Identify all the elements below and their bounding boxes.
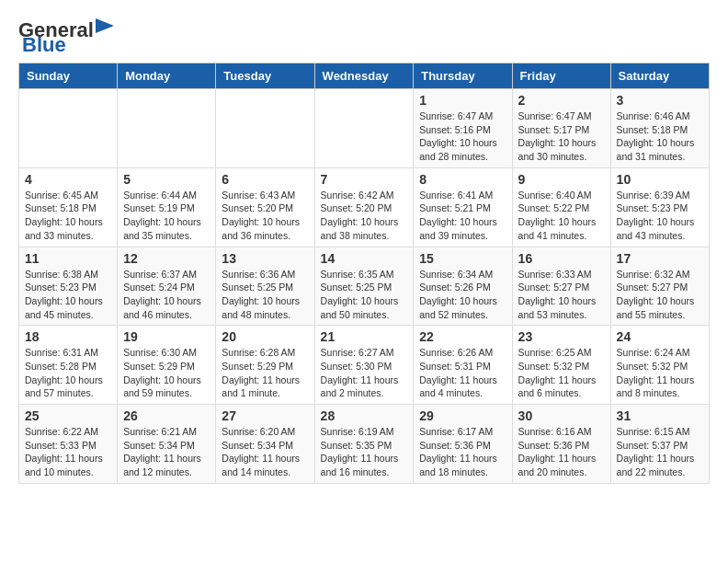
calendar-cell: 9Sunrise: 6:40 AM Sunset: 5:22 PM Daylig… [512, 167, 610, 247]
day-number: 23 [518, 329, 605, 344]
calendar-cell: 5Sunrise: 6:44 AM Sunset: 5:19 PM Daylig… [118, 167, 216, 247]
day-number: 26 [123, 408, 210, 423]
day-detail: Sunrise: 6:16 AM Sunset: 5:36 PM Dayligh… [518, 425, 605, 479]
day-number: 21 [321, 329, 408, 344]
day-detail: Sunrise: 6:32 AM Sunset: 5:27 PM Dayligh… [617, 268, 703, 322]
day-detail: Sunrise: 6:34 AM Sunset: 5:26 PM Dayligh… [419, 268, 506, 322]
weekday-header: Saturday [610, 63, 709, 89]
calendar-cell: 10Sunrise: 6:39 AM Sunset: 5:23 PM Dayli… [610, 167, 709, 247]
calendar-cell: 2Sunrise: 6:47 AM Sunset: 5:17 PM Daylig… [512, 89, 610, 168]
weekday-header: Friday [512, 63, 610, 89]
calendar-cell: 11Sunrise: 6:38 AM Sunset: 5:23 PM Dayli… [19, 247, 118, 326]
day-number: 19 [123, 329, 210, 344]
calendar-cell: 20Sunrise: 6:28 AM Sunset: 5:29 PM Dayli… [216, 326, 314, 405]
logo-wing-icon [96, 18, 114, 39]
calendar-cell: 8Sunrise: 6:41 AM Sunset: 5:21 PM Daylig… [414, 167, 512, 247]
calendar-body: 1Sunrise: 6:47 AM Sunset: 5:16 PM Daylig… [19, 89, 710, 484]
day-detail: Sunrise: 6:21 AM Sunset: 5:34 PM Dayligh… [123, 425, 210, 479]
calendar-row: 18Sunrise: 6:31 AM Sunset: 5:28 PM Dayli… [19, 326, 710, 405]
weekday-header: Thursday [414, 63, 512, 89]
calendar-cell: 25Sunrise: 6:22 AM Sunset: 5:33 PM Dayli… [19, 405, 118, 484]
day-detail: Sunrise: 6:38 AM Sunset: 5:23 PM Dayligh… [25, 268, 111, 322]
day-detail: Sunrise: 6:17 AM Sunset: 5:36 PM Dayligh… [419, 425, 506, 479]
calendar-row: 1Sunrise: 6:47 AM Sunset: 5:16 PM Daylig… [19, 89, 710, 168]
day-number: 17 [617, 251, 703, 266]
calendar-cell [314, 89, 414, 168]
day-number: 24 [617, 329, 703, 344]
day-detail: Sunrise: 6:37 AM Sunset: 5:24 PM Dayligh… [123, 268, 210, 322]
day-detail: Sunrise: 6:26 AM Sunset: 5:31 PM Dayligh… [419, 346, 506, 400]
calendar-cell: 31Sunrise: 6:15 AM Sunset: 5:37 PM Dayli… [610, 405, 709, 484]
day-detail: Sunrise: 6:27 AM Sunset: 5:30 PM Dayligh… [321, 346, 408, 400]
day-number: 20 [222, 329, 308, 344]
day-number: 14 [321, 251, 408, 266]
day-number: 4 [25, 172, 111, 187]
day-number: 2 [518, 93, 605, 108]
calendar-cell: 30Sunrise: 6:16 AM Sunset: 5:36 PM Dayli… [512, 405, 610, 484]
day-detail: Sunrise: 6:15 AM Sunset: 5:37 PM Dayligh… [617, 425, 703, 479]
day-detail: Sunrise: 6:39 AM Sunset: 5:23 PM Dayligh… [617, 189, 703, 243]
day-detail: Sunrise: 6:36 AM Sunset: 5:25 PM Dayligh… [222, 268, 308, 322]
calendar-cell: 19Sunrise: 6:30 AM Sunset: 5:29 PM Dayli… [118, 326, 216, 405]
day-detail: Sunrise: 6:44 AM Sunset: 5:19 PM Dayligh… [123, 189, 210, 243]
calendar-cell: 12Sunrise: 6:37 AM Sunset: 5:24 PM Dayli… [118, 247, 216, 326]
day-detail: Sunrise: 6:19 AM Sunset: 5:35 PM Dayligh… [321, 425, 408, 479]
day-number: 8 [419, 172, 506, 187]
calendar-cell: 4Sunrise: 6:45 AM Sunset: 5:18 PM Daylig… [19, 167, 118, 247]
svg-marker-0 [96, 18, 114, 33]
weekday-header: Wednesday [314, 63, 414, 89]
day-number: 25 [25, 408, 111, 423]
logo: General Blue [18, 18, 114, 57]
calendar-cell [118, 89, 216, 168]
day-detail: Sunrise: 6:31 AM Sunset: 5:28 PM Dayligh… [25, 346, 111, 400]
calendar-cell: 17Sunrise: 6:32 AM Sunset: 5:27 PM Dayli… [610, 247, 709, 326]
day-detail: Sunrise: 6:41 AM Sunset: 5:21 PM Dayligh… [419, 189, 506, 243]
day-number: 1 [419, 93, 506, 108]
day-detail: Sunrise: 6:24 AM Sunset: 5:32 PM Dayligh… [617, 346, 703, 400]
calendar-row: 25Sunrise: 6:22 AM Sunset: 5:33 PM Dayli… [19, 405, 710, 484]
header: General Blue [18, 18, 710, 57]
day-detail: Sunrise: 6:25 AM Sunset: 5:32 PM Dayligh… [518, 346, 605, 400]
day-number: 9 [518, 172, 605, 187]
weekday-header: Sunday [19, 63, 118, 89]
calendar-cell: 28Sunrise: 6:19 AM Sunset: 5:35 PM Dayli… [314, 405, 414, 484]
calendar-cell: 16Sunrise: 6:33 AM Sunset: 5:27 PM Dayli… [512, 247, 610, 326]
calendar-row: 11Sunrise: 6:38 AM Sunset: 5:23 PM Dayli… [19, 247, 710, 326]
calendar-cell: 26Sunrise: 6:21 AM Sunset: 5:34 PM Dayli… [118, 405, 216, 484]
calendar-header-row: SundayMondayTuesdayWednesdayThursdayFrid… [19, 63, 710, 89]
day-number: 13 [222, 251, 308, 266]
day-number: 15 [419, 251, 506, 266]
day-detail: Sunrise: 6:20 AM Sunset: 5:34 PM Dayligh… [222, 425, 308, 479]
day-detail: Sunrise: 6:28 AM Sunset: 5:29 PM Dayligh… [222, 346, 308, 400]
calendar-cell [216, 89, 314, 168]
day-detail: Sunrise: 6:42 AM Sunset: 5:20 PM Dayligh… [321, 189, 408, 243]
day-detail: Sunrise: 6:47 AM Sunset: 5:17 PM Dayligh… [518, 109, 605, 164]
calendar-cell: 24Sunrise: 6:24 AM Sunset: 5:32 PM Dayli… [610, 326, 709, 405]
day-number: 10 [617, 172, 703, 187]
logo-blue: Blue [22, 33, 66, 57]
calendar-cell: 23Sunrise: 6:25 AM Sunset: 5:32 PM Dayli… [512, 326, 610, 405]
day-number: 12 [123, 251, 210, 266]
day-detail: Sunrise: 6:35 AM Sunset: 5:25 PM Dayligh… [321, 268, 408, 322]
day-detail: Sunrise: 6:45 AM Sunset: 5:18 PM Dayligh… [25, 189, 111, 243]
day-number: 16 [518, 251, 605, 266]
day-detail: Sunrise: 6:40 AM Sunset: 5:22 PM Dayligh… [518, 189, 605, 243]
calendar-cell: 3Sunrise: 6:46 AM Sunset: 5:18 PM Daylig… [610, 89, 709, 168]
day-detail: Sunrise: 6:47 AM Sunset: 5:16 PM Dayligh… [419, 109, 506, 164]
calendar-cell: 21Sunrise: 6:27 AM Sunset: 5:30 PM Dayli… [314, 326, 414, 405]
day-number: 6 [222, 172, 308, 187]
day-number: 22 [419, 329, 506, 344]
calendar-cell: 18Sunrise: 6:31 AM Sunset: 5:28 PM Dayli… [19, 326, 118, 405]
day-number: 18 [25, 329, 111, 344]
day-number: 3 [617, 93, 703, 108]
calendar-cell: 7Sunrise: 6:42 AM Sunset: 5:20 PM Daylig… [314, 167, 414, 247]
day-number: 31 [617, 408, 703, 423]
day-number: 27 [222, 408, 308, 423]
calendar-cell: 6Sunrise: 6:43 AM Sunset: 5:20 PM Daylig… [216, 167, 314, 247]
calendar-cell: 27Sunrise: 6:20 AM Sunset: 5:34 PM Dayli… [216, 405, 314, 484]
day-detail: Sunrise: 6:43 AM Sunset: 5:20 PM Dayligh… [222, 189, 308, 243]
weekday-header: Tuesday [216, 63, 314, 89]
calendar-cell [19, 89, 118, 168]
calendar-cell: 22Sunrise: 6:26 AM Sunset: 5:31 PM Dayli… [414, 326, 512, 405]
day-detail: Sunrise: 6:33 AM Sunset: 5:27 PM Dayligh… [518, 268, 605, 322]
